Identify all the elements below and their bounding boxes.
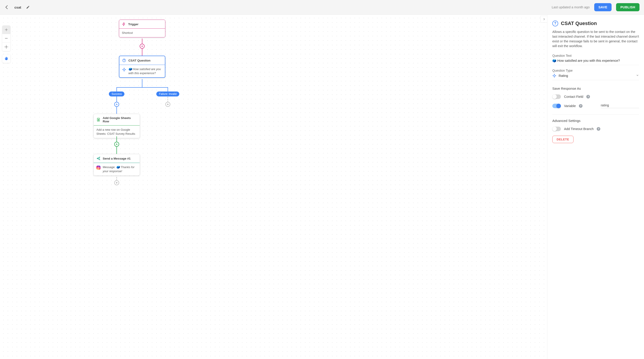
add-step-button[interactable]	[114, 142, 119, 147]
panel-description: Allows a specific question to be sent to…	[552, 30, 639, 49]
node-message-title: Send a Message #1	[103, 157, 131, 160]
node-trigger-header: Trigger	[119, 20, 165, 29]
question-text-label: Question Text	[552, 54, 639, 58]
node-csat-body-text: 🗳️ How satisfied are you with this exper…	[128, 67, 162, 75]
node-sheets-header: Add Google Sheets Row	[94, 114, 140, 126]
help-icon[interactable]: ?	[579, 104, 582, 108]
node-sheets-title: Add Google Sheets Row	[103, 116, 137, 123]
question-circle-icon: ?	[552, 21, 558, 26]
pan-tool-button[interactable]	[2, 54, 10, 63]
variable-name-input[interactable]: rating	[601, 103, 639, 108]
zoom-in-button[interactable]	[2, 26, 10, 34]
question-text-value: 🗳️ How satisfied are you with this exper…	[552, 59, 639, 63]
node-message-body: Message: 🗳️ Thanks for your response!	[94, 163, 140, 175]
contact-field-label: Contact Field	[564, 95, 583, 99]
node-send-message[interactable]: Send a Message #1 Message: 🗳️ Thanks for…	[94, 154, 140, 176]
connector	[117, 87, 168, 88]
nodes-layer: Trigger Shortcut CSAT Question	[0, 15, 547, 359]
node-csat-body: 🗳️ How satisfied are you with this exper…	[120, 65, 165, 77]
svg-point-5	[98, 167, 99, 168]
header-bar: csat Last updated a month ago SAVE PUBLI…	[0, 0, 644, 15]
svg-point-0	[6, 47, 7, 48]
publish-button[interactable]: PUBLISH	[616, 3, 640, 11]
question-type-label: Question Type	[552, 69, 639, 72]
instagram-icon	[96, 166, 100, 170]
help-icon[interactable]: ?	[597, 127, 600, 131]
contact-field-toggle[interactable]	[552, 94, 561, 99]
question-text-field[interactable]: Question Text 🗳️ How satisfied are you w…	[552, 54, 639, 65]
sparkle-icon	[552, 74, 556, 78]
advanced-settings-title: Advanced Settings	[552, 119, 639, 123]
add-step-button[interactable]	[114, 180, 119, 185]
node-message-body-text: Message: 🗳️ Thanks for your response!	[103, 165, 137, 173]
header-left: csat	[4, 5, 30, 10]
divider	[552, 115, 639, 115]
node-trigger-title: Trigger	[128, 23, 138, 26]
edit-name-icon[interactable]	[26, 6, 30, 9]
sparkle-icon	[122, 68, 126, 72]
node-csat-title: CSAT Question	[128, 59, 150, 62]
add-step-button[interactable]	[114, 102, 119, 107]
canvas-controls	[2, 26, 10, 66]
send-icon	[96, 156, 100, 160]
recenter-button[interactable]	[2, 43, 10, 51]
add-step-button[interactable]	[140, 44, 144, 49]
node-message-header: Send a Message #1	[94, 154, 140, 163]
question-circle-icon	[122, 58, 126, 63]
add-step-button[interactable]	[165, 102, 170, 107]
question-type-select[interactable]: Rating	[552, 74, 639, 78]
last-updated-text: Last updated a month ago	[552, 6, 590, 9]
node-trigger-body: Shortcut	[119, 29, 165, 37]
panel-title: CSAT Question	[561, 21, 597, 26]
main-area: Trigger Shortcut CSAT Question	[0, 15, 644, 359]
variable-toggle-row: Variable ? rating	[552, 103, 639, 108]
contact-field-toggle-row: Contact Field ?	[552, 94, 639, 99]
save-response-section-title: Save Response As	[552, 87, 639, 90]
node-sheets-body: Add a new row on Google Sheets: CSAT Sur…	[94, 126, 140, 138]
zoom-out-button[interactable]	[2, 34, 10, 43]
collapse-panel-button[interactable]	[540, 16, 547, 23]
back-arrow-icon[interactable]	[4, 5, 10, 10]
header-right: Last updated a month ago SAVE PUBLISH	[552, 3, 640, 11]
panel-title-row: ? CSAT Question	[552, 21, 639, 26]
svg-point-2	[124, 61, 124, 62]
help-icon[interactable]: ?	[586, 95, 590, 99]
save-button[interactable]: SAVE	[594, 3, 612, 11]
node-trigger[interactable]: Trigger Shortcut	[119, 20, 165, 38]
lightning-icon	[122, 22, 126, 26]
chevron-down-icon	[636, 74, 639, 78]
timeout-branch-toggle[interactable]	[552, 127, 561, 131]
question-type-field[interactable]: Question Type Rating	[552, 69, 639, 80]
question-type-value: Rating	[559, 74, 568, 78]
node-google-sheets[interactable]: Add Google Sheets Row Add a new row on G…	[94, 114, 140, 138]
sheets-icon	[96, 118, 100, 122]
connector	[116, 87, 117, 114]
workflow-canvas[interactable]: Trigger Shortcut CSAT Question	[0, 15, 547, 359]
branch-success-label[interactable]: Success	[109, 92, 124, 97]
side-panel: ? CSAT Question Allows a specific questi…	[547, 15, 644, 359]
connector	[168, 97, 168, 102]
timeout-toggle-row: Add Timeout Branch ?	[552, 127, 639, 131]
variable-label: Variable	[564, 104, 576, 108]
node-csat-question[interactable]: CSAT Question 🗳️ How satisfied are you w…	[119, 56, 165, 78]
node-csat-header: CSAT Question	[120, 56, 165, 65]
variable-toggle[interactable]	[552, 104, 561, 108]
delete-button[interactable]: DELETE	[552, 136, 574, 143]
workflow-name: csat	[14, 6, 21, 9]
branch-failure-label[interactable]: Failure: Invalid	[156, 92, 179, 97]
connector	[142, 79, 142, 87]
timeout-label: Add Timeout Branch	[564, 127, 594, 131]
